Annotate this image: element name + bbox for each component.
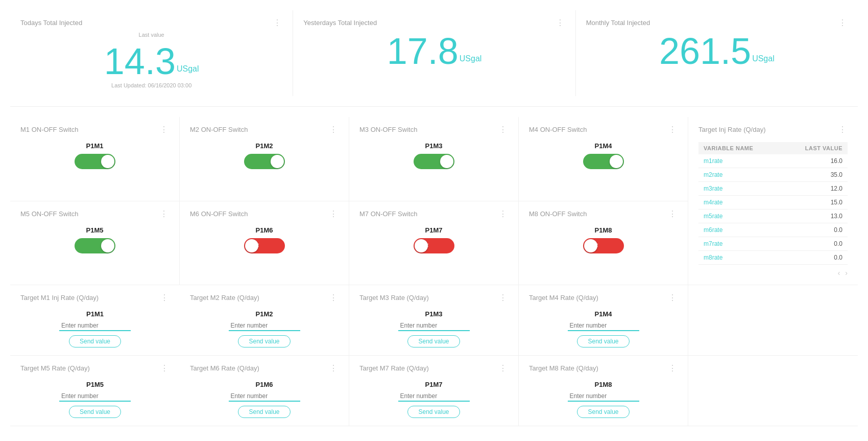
menu-dots-monthly-total[interactable]: ⋮ xyxy=(838,18,848,28)
input-field-m6rate[interactable] xyxy=(229,391,300,402)
send-btn-m1rate[interactable]: Send value xyxy=(69,335,121,347)
menu-dots-m3rate[interactable]: ⋮ xyxy=(499,293,508,303)
stat-value-yesterdays-total: 17.8 xyxy=(387,31,459,72)
toggle-switch-m7[interactable]: OFF xyxy=(414,238,454,253)
widget-title-label: M1 ON-OFF Switch xyxy=(20,126,78,133)
toggle-knob-m2 xyxy=(271,155,284,168)
send-btn-m4rate[interactable]: Send value xyxy=(577,335,629,347)
switch-card-m1: M1 ON-OFF Switch ⋮ P1M1 ON xyxy=(10,117,180,201)
widget-title-m5rate: Target M5 Rate (Q/day) ⋮ xyxy=(20,363,170,373)
menu-dots-m2rate[interactable]: ⋮ xyxy=(329,293,339,303)
menu-dots-m4rate[interactable]: ⋮ xyxy=(668,293,678,303)
input-name-m2rate: P1M2 xyxy=(256,310,273,318)
table-cell-name: m7rate xyxy=(698,237,782,251)
switch-container-m4: P1M4 ON xyxy=(529,142,678,169)
data-table: VARIABLE NAME LAST VALUE m1rate 16.0 m2r… xyxy=(698,142,848,265)
toggle-switch-m4[interactable]: ON xyxy=(583,154,624,169)
table-body: m1rate 16.0 m2rate 35.0 m3rate 12.0 m4ra… xyxy=(698,154,848,265)
menu-dots-todays-total[interactable]: ⋮ xyxy=(273,18,282,28)
input-field-m8rate[interactable] xyxy=(568,391,639,402)
input-container-m4rate: P1M4 Send value xyxy=(529,310,678,347)
toggle-switch-m5[interactable]: ON xyxy=(75,238,115,253)
switch-card-m7: M7 ON-OFF Switch ⋮ P1M7 OFF xyxy=(349,201,519,286)
menu-dots-m5rate[interactable]: ⋮ xyxy=(160,363,170,373)
toggle-knob-m7 xyxy=(415,239,428,252)
stat-unit-yesterdays-total: USgal xyxy=(460,54,482,63)
toggle-switch-m1[interactable]: ON xyxy=(75,154,115,169)
input-field-m2rate[interactable] xyxy=(229,321,300,331)
menu-dots-m8rate[interactable]: ⋮ xyxy=(668,363,678,373)
menu-dots-m2[interactable]: ⋮ xyxy=(329,125,339,134)
stat-value-wrapper: 261.5USgal xyxy=(586,33,848,69)
toggle-switch-m2[interactable]: ON xyxy=(244,154,285,169)
stat-updated-todays-total: Last Updated: 06/16/2020 03:00 xyxy=(20,82,282,88)
widget-title-m6rate: Target M6 Rate (Q/day) ⋮ xyxy=(190,363,339,373)
switch-label-m5: P1M5 xyxy=(86,226,104,234)
menu-dots-m7[interactable]: ⋮ xyxy=(499,209,508,219)
stats-row: Todays Total Injected ⋮ Last value 14.3U… xyxy=(10,10,858,107)
input-name-m1rate: P1M1 xyxy=(86,310,104,318)
widget-title-label: Target M8 Rate (Q/day) xyxy=(529,364,598,372)
table-next-btn[interactable]: › xyxy=(845,269,848,277)
switch-container-m6: P1M6 OFF xyxy=(190,226,339,253)
stat-title-label: Todays Total Injected xyxy=(20,19,82,27)
input-card-m1rate: Target M1 Inj Rate (Q/day) ⋮ P1M1 Send v… xyxy=(10,285,180,356)
col-header-value: LAST VALUE xyxy=(782,142,848,154)
input-card-m8rate: Target M8 Rate (Q/day) ⋮ P1M8 Send value xyxy=(519,356,688,426)
menu-dots-yesterdays-total[interactable]: ⋮ xyxy=(556,18,565,28)
table-row: m8rate 0.0 xyxy=(698,251,848,265)
widget-title-label: Target M2 Rate (Q/day) xyxy=(190,294,259,301)
main-grid: M1 ON-OFF Switch ⋮ P1M1 ON M2 ON-OFF Swi… xyxy=(10,117,858,426)
input-card-m2rate: Target M2 Rate (Q/day) ⋮ P1M2 Send value xyxy=(180,285,349,356)
stat-title-yesterdays-total: Yesterdays Total Injected ⋮ xyxy=(303,18,565,28)
menu-dots-m1[interactable]: ⋮ xyxy=(160,125,169,134)
send-btn-m7rate[interactable]: Send value xyxy=(407,406,460,418)
send-btn-m8rate[interactable]: Send value xyxy=(577,406,629,418)
menu-dots-m7rate[interactable]: ⋮ xyxy=(499,363,508,373)
input-field-m7rate[interactable] xyxy=(398,391,470,402)
menu-dots-m8[interactable]: ⋮ xyxy=(668,209,678,219)
widget-title-label: M3 ON-OFF Switch xyxy=(359,126,417,133)
table-cell-name: m2rate xyxy=(698,168,782,182)
toggle-knob-m5 xyxy=(101,239,114,252)
input-card-m3rate: Target M3 Rate (Q/day) ⋮ P1M3 Send value xyxy=(349,285,519,356)
input-container-m7rate: P1M7 Send value xyxy=(359,381,508,418)
widget-title-label: M4 ON-OFF Switch xyxy=(529,126,587,133)
input-field-m3rate[interactable] xyxy=(398,321,470,331)
toggle-switch-m8[interactable]: OFF xyxy=(583,238,624,253)
send-btn-m3rate[interactable]: Send value xyxy=(407,335,460,347)
table-row: m7rate 0.0 xyxy=(698,237,848,251)
table-prev-btn[interactable]: ‹ xyxy=(838,269,840,277)
table-row: m2rate 35.0 xyxy=(698,168,848,182)
toggle-knob-m8 xyxy=(584,239,597,252)
input-field-m1rate[interactable] xyxy=(59,321,131,331)
table-header-row: VARIABLE NAME LAST VALUE xyxy=(698,142,848,154)
table-cell-value: 0.0 xyxy=(782,237,848,251)
widget-title-m2rate: Target M2 Rate (Q/day) ⋮ xyxy=(190,293,339,303)
widget-title-m3: M3 ON-OFF Switch ⋮ xyxy=(359,125,508,134)
input-card-m4rate: Target M4 Rate (Q/day) ⋮ P1M4 Send value xyxy=(519,285,688,356)
menu-dots-m1rate[interactable]: ⋮ xyxy=(160,293,170,303)
send-btn-m2rate[interactable]: Send value xyxy=(238,335,290,347)
widget-title-m8rate: Target M8 Rate (Q/day) ⋮ xyxy=(529,363,678,373)
menu-dots-table[interactable]: ⋮ xyxy=(838,125,848,134)
table-row: m1rate 16.0 xyxy=(698,154,848,168)
input-name-m4rate: P1M4 xyxy=(595,310,612,318)
menu-dots-m6rate[interactable]: ⋮ xyxy=(329,363,339,373)
menu-dots-m4[interactable]: ⋮ xyxy=(668,125,678,134)
stat-card-yesterdays-total: Yesterdays Total Injected ⋮ 17.8USgal xyxy=(293,10,575,96)
menu-dots-m3[interactable]: ⋮ xyxy=(499,125,508,134)
input-field-m4rate[interactable] xyxy=(568,321,639,331)
table-nav: ‹ › xyxy=(698,269,848,277)
table-cell-name: m8rate xyxy=(698,251,782,265)
toggle-switch-m3[interactable]: ON xyxy=(414,154,454,169)
switch-container-m8: P1M8 OFF xyxy=(529,226,678,253)
input-field-m5rate[interactable] xyxy=(59,391,131,402)
toggle-switch-m6[interactable]: OFF xyxy=(244,238,285,253)
table-row: m3rate 12.0 xyxy=(698,182,848,196)
menu-dots-m5[interactable]: ⋮ xyxy=(160,209,169,219)
table-cell-value: 16.0 xyxy=(782,154,848,168)
send-btn-m6rate[interactable]: Send value xyxy=(238,406,290,418)
menu-dots-m6[interactable]: ⋮ xyxy=(329,209,339,219)
send-btn-m5rate[interactable]: Send value xyxy=(69,406,121,418)
